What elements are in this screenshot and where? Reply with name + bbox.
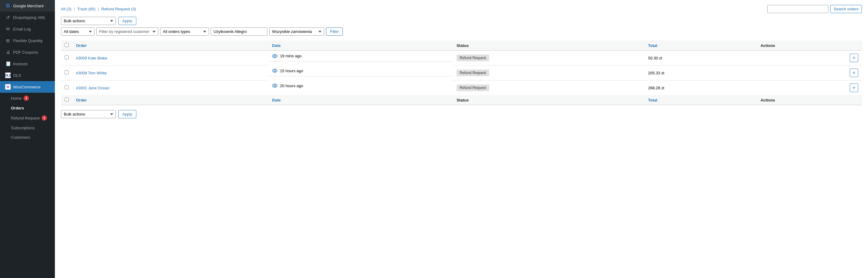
row-checkbox-2[interactable] [65,85,69,89]
sidebar-item-dropshipping[interactable]: ↺ Dropshipping XML [0,11,55,23]
order-cell: #3009 Kate Blake [72,51,269,65]
invoices-icon: 🧾 [5,61,11,66]
orders-table: Order Date Status Total Actions #3009 Ka… [61,40,862,105]
actions-col-header: Actions [757,40,862,51]
eye-icon-0 [272,54,278,58]
tab-sep-2: | [98,7,99,11]
sidebar-item-subscriptions[interactable]: Subscriptions [0,123,55,133]
dropshipping-icon: ↺ [5,14,11,20]
all-dates-dropdown[interactable]: All dates [61,27,95,36]
svg-point-2 [274,85,276,87]
tab-all[interactable]: All (3) [61,6,71,12]
sidebar: G Google Merchant ↺ Dropshipping XML ✉ E… [0,0,55,278]
total-col-header[interactable]: Total [645,40,757,51]
select-all-footer [61,95,72,105]
sidebar-item-email-log[interactable]: ✉ Email Log [0,23,55,35]
total-col-footer[interactable]: Total [645,95,757,105]
search-orders-button[interactable]: Search orders [830,5,862,13]
row-checkbox-1[interactable] [65,70,69,74]
svg-point-0 [274,55,276,57]
plus-button-0[interactable]: + [850,54,858,62]
total-cell: 268.28 zł [645,81,757,95]
date-col-footer[interactable]: Date [269,95,453,105]
sidebar-item-invoices[interactable]: 🧾 Invoices [0,58,55,69]
status-col-header: Status [453,40,645,51]
status-badge-1: Refund Request [457,69,489,76]
filter-row: All dates Filter by registered customer … [61,27,862,36]
filter-button[interactable]: Filter [326,27,343,36]
time-ago-2: 20 hours ago [280,84,303,88]
tabs-links: All (3) | Trash (65) | Refund Request (3… [61,6,136,12]
search-input[interactable] [767,5,828,13]
sidebar-item-olx[interactable]: OLX OLX [0,69,55,81]
allegro-user-input[interactable] [211,27,268,36]
apply-button-top[interactable]: Apply [118,17,136,25]
row-checkbox-cell [61,65,72,81]
select-all-checkbox-footer[interactable] [65,97,69,101]
row-checkbox-cell [61,51,72,65]
status-col-footer: Status [453,95,645,105]
status-cell: Refund Request [453,81,645,95]
date-col-header[interactable]: Date [269,40,453,51]
flex-qty-icon: ⊞ [5,38,11,43]
all-orders-dropdown[interactable]: Wszystkie zamówienia [269,27,324,36]
sidebar-item-flexible-quantity[interactable]: ⊞ Flexible Quantity [0,35,55,47]
sidebar-item-google-merchant[interactable]: G Google Merchant [0,0,55,11]
actions-cell: + [757,81,862,95]
apply-button-bottom[interactable]: Apply [118,110,136,118]
eye-icon-1 [272,69,278,72]
google-icon: G [5,3,11,8]
toolbar-bottom: Bulk actions Apply [61,110,862,118]
status-cell: Refund Request [453,51,645,65]
registered-customer-filter[interactable]: Filter by registered customer [96,27,158,36]
sidebar-item-customers[interactable]: Customers [0,133,55,142]
tab-refund[interactable]: Refund Request (3) [101,6,136,12]
search-area: Search orders [767,5,862,13]
olx-icon: OLX [5,72,11,78]
order-col-header[interactable]: Order [72,40,269,51]
row-checkbox-cell [61,81,72,95]
status-badge-2: Refund Request [457,85,489,91]
svg-point-1 [274,70,276,72]
total-cell: 50.30 zł [645,51,757,65]
row-checkbox-0[interactable] [65,56,69,59]
date-cell: 19 mins ago [269,51,453,62]
date-cell: 15 hours ago [269,65,453,76]
table-row: #3008 Tom White 15 hours ago Refund Requ… [61,65,862,81]
tab-trash[interactable]: Trash (65) [77,6,95,12]
actions-col-footer: Actions [757,95,862,105]
select-all-header [61,40,72,51]
pdf-icon: 🖨 [5,50,11,55]
time-ago-1: 15 hours ago [280,69,303,73]
select-all-checkbox[interactable] [65,43,69,47]
plus-button-1[interactable]: + [850,69,858,77]
order-col-footer[interactable]: Order [72,95,269,105]
table-row: #3001 Jane Ocean 20 hours ago Refund Req… [61,81,862,95]
actions-cell: + [757,65,862,81]
sidebar-item-refund-request[interactable]: Refund Request 3 [0,113,55,123]
woo-submenu: Home 3 Orders Refund Request 3 Subscript… [0,93,55,142]
tab-sep-1: | [74,7,75,11]
toolbar-top: Bulk actions Apply [61,17,862,25]
woo-icon: W [5,84,11,90]
sidebar-item-home[interactable]: Home 3 [0,93,55,103]
bulk-actions-bottom[interactable]: Bulk actions [61,110,116,118]
status-badge-0: Refund Request [457,55,489,61]
email-icon: ✉ [5,26,11,32]
sidebar-item-pdf-coupons[interactable]: 🖨 PDF Coupons [0,47,55,58]
order-link-2[interactable]: #3001 Jane Ocean [76,86,110,90]
main-content: All (3) | Trash (65) | Refund Request (3… [55,0,868,278]
order-types-dropdown[interactable]: All orders types [160,27,209,36]
table-row: #3009 Kate Blake 19 mins ago Refund Requ… [61,51,862,65]
bulk-actions-top[interactable]: Bulk actions [61,17,116,25]
tabs-search-row: All (3) | Trash (65) | Refund Request (3… [61,5,862,13]
date-cell: 20 hours ago [269,81,453,91]
sidebar-item-orders[interactable]: Orders [0,103,55,113]
order-link-0[interactable]: #3009 Kate Blake [76,56,107,60]
actions-cell: + [757,51,862,65]
order-cell: #3008 Tom White [72,65,269,81]
sidebar-item-woocommerce[interactable]: W WooCommerce [0,81,55,93]
order-link-1[interactable]: #3008 Tom White [76,71,107,75]
status-cell: Refund Request [453,65,645,81]
plus-button-2[interactable]: + [850,84,858,92]
